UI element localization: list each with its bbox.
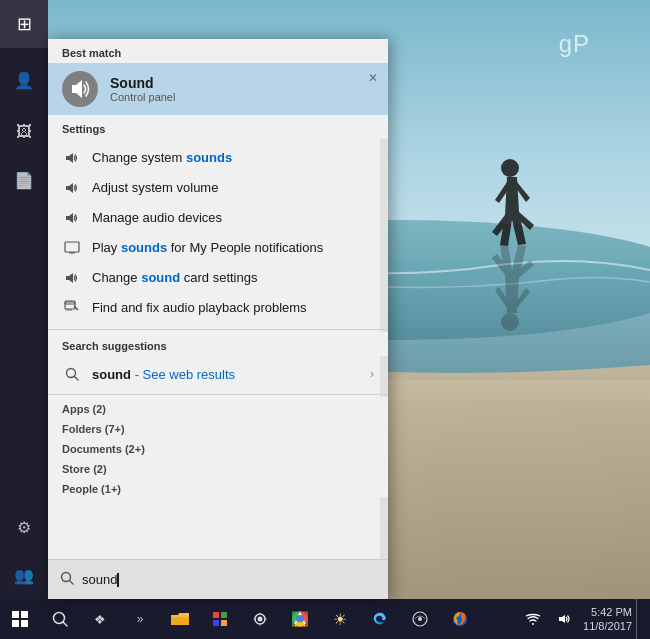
people-category: People (1+) — [48, 477, 388, 497]
svg-rect-6 — [65, 242, 79, 252]
taskbar-cortana[interactable] — [40, 599, 80, 639]
taskbar-more-apps[interactable]: » — [120, 599, 160, 639]
date-display: 11/8/2017 — [583, 619, 632, 633]
photos-button[interactable]: 🖼 — [0, 108, 48, 156]
taskview-icon: ❖ — [94, 612, 106, 627]
suggestion-sound[interactable]: sound - See web results › — [48, 356, 388, 392]
svg-line-18 — [63, 622, 67, 626]
svg-point-24 — [258, 617, 263, 622]
taskbar-media[interactable] — [400, 599, 440, 639]
best-match-sound[interactable]: Sound Control panel ✕ — [48, 63, 388, 115]
search-input[interactable]: sound — [82, 572, 376, 588]
best-match-close[interactable]: ✕ — [368, 71, 378, 85]
play-sounds-text: Play sounds for My People notifications — [92, 239, 374, 257]
svg-point-28 — [297, 616, 303, 622]
people-button[interactable]: 👥 — [0, 551, 48, 599]
gp-watermark: gP — [559, 30, 590, 58]
search-icon — [60, 571, 74, 588]
speaker-icon-3 — [62, 208, 82, 228]
svg-point-4 — [501, 313, 519, 331]
svg-line-10 — [75, 377, 79, 381]
svg-rect-13 — [12, 611, 19, 618]
sidebar: ⊞ 👤 🖼 📄 ⚙ 👥 — [0, 0, 48, 599]
svg-rect-14 — [21, 611, 28, 618]
fix-audio-text: Find and fix audio playback problems — [92, 299, 374, 317]
suggestion-text: sound - See web results — [92, 367, 235, 382]
taskbar-taskview[interactable]: ❖ — [80, 599, 120, 639]
settings-items: Change system sounds Adjust system volum… — [48, 139, 388, 327]
fix-audio[interactable]: Find and fix audio playback problems — [48, 293, 388, 323]
time-display: 5:42 PM — [583, 605, 632, 619]
search-cursor — [117, 573, 119, 587]
suggestions-header: Search suggestions — [48, 332, 388, 356]
taskbar-start[interactable] — [0, 599, 40, 639]
svg-line-12 — [70, 581, 74, 585]
account-icon: 👤 — [14, 71, 34, 90]
best-match-subtitle: Control panel — [110, 91, 374, 103]
taskbar-weather[interactable]: ☀ — [320, 599, 360, 639]
settings-icon: ⚙ — [17, 518, 31, 537]
manage-audio-text: Manage audio devices — [92, 209, 374, 227]
taskbar-store[interactable] — [200, 599, 240, 639]
account-button[interactable]: 👤 — [0, 56, 48, 104]
taskbar-edge[interactable] — [360, 599, 400, 639]
menu-content: Best match Sound Control panel ✕ Setting… — [48, 39, 388, 599]
svg-point-3 — [501, 159, 519, 177]
store-category: Store (2) — [48, 457, 388, 477]
svg-rect-15 — [12, 620, 19, 627]
speaker-icon-4 — [62, 268, 82, 288]
change-sound-card[interactable]: Change sound card settings — [48, 263, 388, 293]
search-bar[interactable]: sound — [48, 559, 388, 599]
svg-rect-23 — [221, 620, 227, 626]
tray-volume[interactable] — [551, 599, 579, 639]
settings-header: Settings — [48, 115, 388, 139]
wrench-icon — [62, 298, 82, 318]
people-icon: 👥 — [14, 566, 34, 585]
start-button[interactable]: ⊞ — [0, 0, 48, 48]
change-system-sounds[interactable]: Change system sounds — [48, 143, 388, 173]
best-match-header: Best match — [48, 39, 388, 63]
svg-rect-20 — [213, 612, 219, 618]
settings-button[interactable]: ⚙ — [0, 503, 48, 551]
start-icon: ⊞ — [17, 13, 32, 35]
taskbar-explorer[interactable] — [160, 599, 200, 639]
taskbar-firefox[interactable] — [440, 599, 480, 639]
svg-rect-19 — [171, 617, 189, 625]
see-web-text: - See web results — [135, 367, 235, 382]
search-value: sound — [82, 572, 117, 587]
weather-icon: ☀ — [333, 610, 347, 629]
photos-icon: 🖼 — [16, 123, 32, 141]
more-apps-icon: » — [137, 612, 144, 626]
tray-network[interactable] — [519, 599, 547, 639]
svg-rect-21 — [221, 612, 227, 618]
manage-audio[interactable]: Manage audio devices — [48, 203, 388, 233]
notes-button[interactable]: 📄 — [0, 156, 48, 204]
play-sounds-people[interactable]: Play sounds for My People notifications — [48, 233, 388, 263]
taskbar-settings[interactable] — [240, 599, 280, 639]
svg-rect-16 — [21, 620, 28, 627]
change-system-sounds-text: Change system sounds — [92, 149, 374, 167]
folders-category: Folders (7+) — [48, 417, 388, 437]
notes-icon: 📄 — [14, 171, 34, 190]
svg-rect-7 — [65, 302, 75, 309]
separator-2 — [48, 394, 388, 395]
taskbar: ❖ » — [0, 599, 650, 639]
sound-app-icon — [62, 71, 98, 107]
search-icon-sm — [62, 364, 82, 384]
start-menu: Best match Sound Control panel ✕ Setting… — [48, 39, 388, 599]
documents-category: Documents (2+) — [48, 437, 388, 457]
clock[interactable]: 5:42 PM 11/8/2017 — [583, 605, 632, 634]
apps-category: Apps (2) — [48, 397, 388, 417]
change-sound-card-text: Change sound card settings — [92, 269, 374, 287]
best-match-info: Sound Control panel — [110, 75, 374, 103]
monitor-icon — [62, 238, 82, 258]
svg-point-30 — [418, 617, 422, 621]
taskbar-chrome[interactable] — [280, 599, 320, 639]
adjust-volume-text: Adjust system volume — [92, 179, 374, 197]
speaker-icon-1 — [62, 148, 82, 168]
speaker-icon-2 — [62, 178, 82, 198]
system-tray: 5:42 PM 11/8/2017 — [519, 599, 650, 639]
show-desktop[interactable] — [636, 599, 642, 639]
adjust-volume[interactable]: Adjust system volume — [48, 173, 388, 203]
separator-1 — [48, 329, 388, 330]
